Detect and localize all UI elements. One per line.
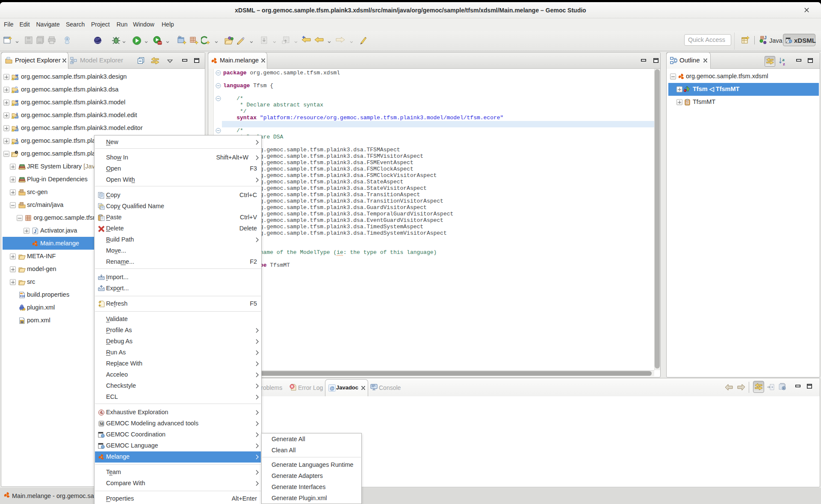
svg-text:@: @ (330, 386, 334, 391)
svg-text:J: J (16, 125, 18, 129)
svg-text:M: M (15, 74, 18, 77)
svg-text:S: S (100, 411, 103, 414)
svg-text:z: z (783, 61, 785, 66)
svg-text:J: J (16, 112, 18, 116)
svg-text:J: J (16, 138, 18, 142)
svg-text:Gr: Gr (178, 36, 182, 38)
svg-text:J: J (764, 35, 767, 40)
svg-text:J: J (34, 229, 36, 234)
svg-text:M: M (15, 99, 18, 103)
svg-text:M: M (100, 421, 104, 426)
svg-text:010: 010 (20, 295, 25, 298)
svg-text:M: M (21, 321, 24, 324)
